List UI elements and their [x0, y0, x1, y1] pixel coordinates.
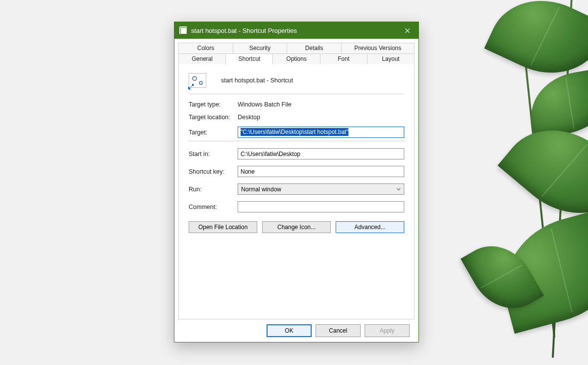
tab-label: Font: [338, 55, 349, 62]
tab-label: Previous Versions: [354, 45, 401, 52]
tab-label: Options: [286, 55, 306, 62]
button-label: Advanced...: [354, 224, 385, 231]
tab-label: Colors: [197, 45, 214, 52]
comment-label: Comment:: [189, 204, 238, 210]
run-select-value: Normal window: [241, 186, 281, 193]
tab-layout[interactable]: Layout: [368, 53, 415, 65]
button-label: Change Icon...: [277, 224, 316, 231]
tab-colors[interactable]: Colors: [178, 43, 233, 53]
shortcut-key-input[interactable]: [238, 166, 404, 177]
button-label: OK: [285, 327, 293, 334]
target-type-label: Target type:: [189, 101, 238, 108]
ok-button[interactable]: OK: [267, 324, 312, 337]
cancel-button[interactable]: Cancel: [316, 324, 361, 337]
tab-security[interactable]: Security: [233, 43, 288, 53]
button-label: Cancel: [329, 327, 347, 334]
tab-label: Security: [249, 45, 270, 52]
tab-shortcut[interactable]: Shortcut: [226, 53, 273, 65]
target-type-value: Windows Batch File: [238, 101, 292, 108]
tab-label: General: [192, 55, 213, 62]
tab-options[interactable]: Options: [273, 53, 320, 65]
tab-details[interactable]: Details: [287, 43, 342, 53]
open-file-location-button[interactable]: Open File Location: [189, 221, 257, 233]
window-icon: [179, 26, 187, 34]
run-label: Run:: [189, 186, 238, 193]
change-icon-button[interactable]: Change Icon...: [262, 221, 331, 233]
button-label: Open File Location: [198, 224, 248, 231]
tab-previous-versions[interactable]: Previous Versions: [342, 43, 415, 53]
close-icon: [405, 28, 410, 33]
close-button[interactable]: [396, 22, 418, 39]
tab-label: Details: [305, 45, 323, 52]
tab-label: Layout: [382, 55, 399, 62]
shortcut-overlay-arrow-icon: [187, 83, 194, 90]
target-location-label: Target location:: [189, 114, 238, 121]
shortcut-name: start hotspot.bat - Shortcut: [221, 77, 293, 84]
button-label: Apply: [380, 327, 394, 334]
target-location-value: Desktop: [238, 114, 260, 121]
shortcut-key-label: Shortcut key:: [189, 168, 238, 175]
tabstrip: Colors Security Details Previous Version…: [178, 43, 415, 65]
tab-font[interactable]: Font: [320, 53, 368, 65]
section-divider: [189, 141, 404, 141]
shortcut-file-icon: [189, 73, 206, 88]
dialog-footer: OK Cancel Apply: [178, 319, 415, 337]
window-title: start hotspot.bat - Shortcut Properties: [191, 27, 297, 34]
start-in-label: Start in:: [189, 151, 238, 157]
target-input[interactable]: "C:\Users\fatiw\Desktop\start hotspot.ba…: [238, 127, 404, 138]
run-select[interactable]: Normal window: [238, 183, 404, 195]
target-label: Target:: [189, 129, 238, 136]
background-plant-decoration: [412, 0, 588, 365]
tab-general[interactable]: General: [178, 53, 226, 65]
chevron-down-icon: [396, 186, 401, 193]
properties-dialog: start hotspot.bat - Shortcut Properties …: [174, 22, 419, 342]
start-in-input[interactable]: [238, 148, 404, 159]
titlebar[interactable]: start hotspot.bat - Shortcut Properties: [174, 22, 418, 39]
shortcut-tab-panel: start hotspot.bat - Shortcut Target type…: [178, 64, 415, 319]
apply-button[interactable]: Apply: [365, 324, 410, 337]
advanced-button[interactable]: Advanced...: [336, 221, 404, 233]
tab-label: Shortcut: [238, 55, 260, 62]
target-input-value: "C:\Users\fatiw\Desktop\start hotspot.ba…: [241, 128, 348, 136]
comment-input[interactable]: [238, 201, 404, 212]
